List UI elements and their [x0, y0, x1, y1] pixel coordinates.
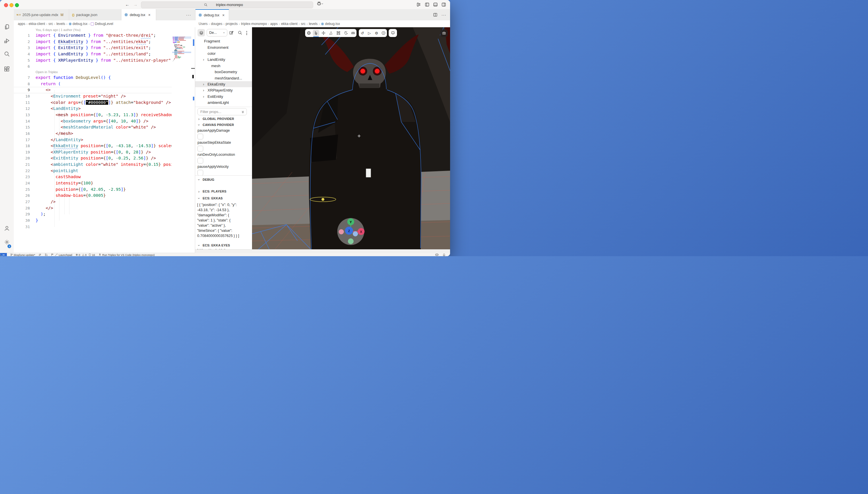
section-ecs-players[interactable]: ›ECS: PLAYERS: [195, 189, 252, 194]
gizmo-camera-dot[interactable]: [353, 231, 358, 236]
breadcrumb-item[interactable]: src: [49, 22, 53, 26]
checkbox-pauseApplyVelocity[interactable]: [198, 170, 203, 175]
scene-3d-render[interactable]: Y Z X: [252, 27, 450, 249]
code-editor[interactable]: You, 6 days ago | 1 author (You)1import …: [14, 27, 195, 253]
scene-viewport[interactable]: Y Z X: [252, 27, 450, 249]
accounts-icon[interactable]: [4, 225, 10, 231]
kebab-menu-icon[interactable]: [246, 31, 247, 35]
code-line[interactable]: 6: [14, 63, 172, 70]
tree-item-environment[interactable]: Environment: [195, 44, 252, 50]
breadcrumb-item[interactable]: ekka-client: [29, 22, 45, 26]
copilot-menu-button[interactable]: ›: [317, 1, 323, 6]
close-icon[interactable]: ×: [222, 13, 224, 18]
scale-tool[interactable]: [327, 29, 335, 37]
help-icon[interactable]: ?: [380, 29, 387, 37]
breadcrumb-item[interactable]: triplex-monorepo: [241, 22, 267, 26]
tab-package-json[interactable]: {} package.json: [69, 9, 122, 20]
code-line[interactable]: 19 <XRPlayerEntity position={[0, 0, 28]}…: [14, 149, 172, 155]
code-line[interactable]: 30}: [14, 217, 172, 224]
window-minimize-button[interactable]: [10, 3, 14, 7]
code-line[interactable]: 12 <LandEntity>: [14, 106, 172, 112]
remote-indicator[interactable]: ><: [0, 253, 7, 256]
search-icon[interactable]: [4, 51, 10, 57]
breadcrumb-item[interactable]: ekka-client: [281, 22, 297, 26]
breadcrumb-item[interactable]: DebugLevel: [91, 22, 113, 26]
customize-layout-icon[interactable]: [417, 2, 421, 7]
gizmo-neg-x[interactable]: [339, 229, 344, 234]
explorer-icon[interactable]: [4, 23, 10, 30]
code-line[interactable]: 3import { ExitEntity } from "../entities…: [14, 45, 172, 51]
component-dropdown[interactable]: De... ›: [207, 29, 227, 36]
night-mode-icon[interactable]: [342, 29, 350, 37]
minimap[interactable]: [172, 27, 195, 253]
close-icon[interactable]: ×: [148, 13, 150, 17]
play-icon[interactable]: ▷: [366, 29, 373, 37]
extensions-icon[interactable]: [4, 66, 10, 72]
code-line[interactable]: 21 <ambientLight color="white" intensity…: [14, 162, 172, 168]
code-line[interactable]: 15 <meshStandardMaterial color="white" /…: [14, 124, 172, 131]
more-tabs-button[interactable]: ···: [182, 9, 195, 20]
toggle-sidebar-right-icon[interactable]: [441, 2, 446, 7]
code-line[interactable]: 10 <Environment preset="night" />: [14, 93, 172, 99]
breadcrumb-item[interactable]: projects: [226, 22, 238, 26]
chevron-right-icon[interactable]: ›: [203, 57, 204, 62]
run-triplex-button[interactable]: Run Triplex for VS Code (triplex-monorep…: [98, 253, 155, 256]
code-line[interactable]: 2import { EkkaEntity } from "../entities…: [14, 39, 172, 45]
panel-tab-debug-tsx[interactable]: debug.tsx ×: [196, 9, 229, 20]
breadcrumb-item[interactable]: douges: [211, 22, 222, 26]
breadcrumb-item[interactable]: debug.tsx: [69, 22, 88, 26]
tree-item-color[interactable]: color: [195, 51, 252, 57]
tree-item-boxgeometry[interactable]: boxGeometry: [195, 69, 252, 75]
history-back-button[interactable]: ←: [125, 2, 129, 7]
checkbox-pauseStepEkkaState[interactable]: [198, 146, 203, 151]
section-global-provider[interactable]: ›GLOBAL PROVIDER: [195, 116, 252, 121]
chevron-right-icon[interactable]: ›: [203, 82, 204, 87]
code-line[interactable]: 1import { Environment } from "@react-thr…: [14, 33, 172, 39]
tree-item-meshstandard[interactable]: meshStandard...: [195, 75, 252, 81]
code-line[interactable]: 25 position={[0, 42.05, -2.95]}: [14, 187, 172, 193]
camera-button[interactable]: [440, 30, 448, 37]
code-line[interactable]: 18 <EkkaEntity position={[0, -43.18, -14…: [14, 143, 172, 149]
toggle-panel-bottom-icon[interactable]: [433, 2, 438, 7]
breadcrumb-item[interactable]: levels: [56, 22, 65, 26]
breadcrumb-item[interactable]: apps: [18, 22, 25, 26]
code-line[interactable]: 23 castShadow: [14, 174, 172, 180]
section-canvas-provider[interactable]: ›CANVAS PROVIDER: [195, 122, 252, 127]
command-center-search[interactable]: [141, 1, 313, 8]
grid-icon[interactable]: [350, 29, 356, 37]
code-line[interactable]: 7export function DebugLevel() {: [14, 75, 172, 81]
tab-debug-tsx[interactable]: debug.tsx ×: [122, 9, 156, 20]
code-line[interactable]: 22 <pointLight: [14, 168, 172, 174]
feedback-icon[interactable]: [389, 29, 397, 37]
layers-icon[interactable]: [198, 29, 205, 36]
section-ecs-ekka-eyes[interactable]: ›ECS: EKKA EYES: [195, 243, 252, 248]
tree-item-ekkaentity[interactable]: ›EkkaEntity: [195, 81, 252, 87]
copilot-icon[interactable]: [435, 253, 439, 256]
tree-item-mesh[interactable]: mesh: [195, 63, 252, 69]
code-line[interactable]: 27 />: [14, 199, 172, 205]
toggle-sidebar-left-icon[interactable]: [425, 2, 429, 7]
tree-item-xrplayerentity[interactable]: ›XRPlayerEntity: [195, 87, 252, 93]
git-branch-item[interactable]: blog/june-update*: [10, 253, 35, 256]
run-and-debug-icon[interactable]: [4, 38, 10, 44]
door-mesh[interactable]: [366, 169, 371, 177]
code-line[interactable]: 8 return (: [14, 81, 172, 87]
search-input[interactable]: [209, 3, 250, 7]
code-line[interactable]: 4import { LandEntity } from "../entities…: [14, 51, 172, 57]
chevron-right-icon[interactable]: ›: [203, 94, 204, 99]
code-line[interactable]: 24 intensity={100}: [14, 180, 172, 187]
gizmo-neg-y[interactable]: [348, 239, 354, 244]
move-tool[interactable]: [320, 29, 327, 37]
panel-breadcrumb[interactable]: Users›douges›projects›triplex-monorepo›a…: [195, 20, 450, 27]
code-line[interactable]: 28 </>: [14, 205, 172, 211]
code-line[interactable]: 14 <boxGeometry args={[40, 10, 40]} />: [14, 118, 172, 125]
breadcrumb-item[interactable]: levels: [309, 22, 318, 26]
more-actions-button[interactable]: ···: [441, 13, 446, 17]
code-line[interactable]: 20 <ExitEntity position={[0, -0.25, 2.56…: [14, 155, 172, 162]
code-line[interactable]: 26 shadow-bias={0.0005}: [14, 192, 172, 199]
code-line[interactable]: 29 );: [14, 211, 172, 217]
breadcrumb-item[interactable]: apps: [270, 22, 278, 26]
code-line[interactable]: 16 </mesh>: [14, 131, 172, 137]
window-zoom-button[interactable]: [15, 3, 19, 7]
settings-gear-icon[interactable]: ⚙: [373, 29, 380, 37]
